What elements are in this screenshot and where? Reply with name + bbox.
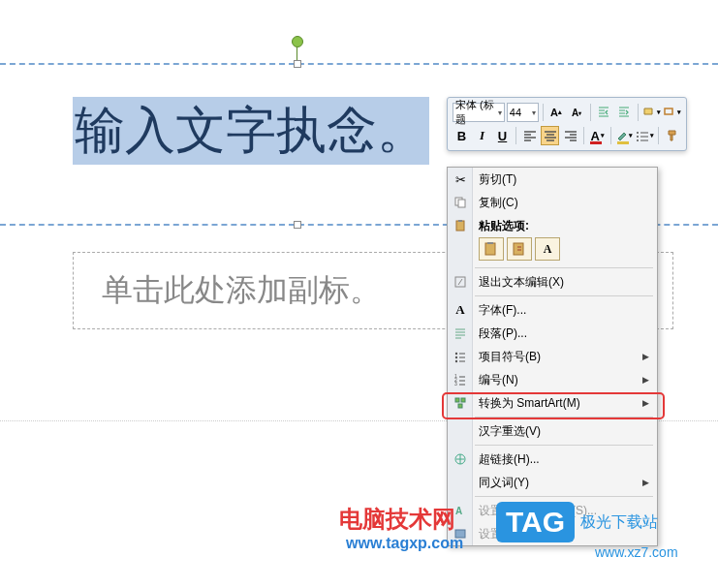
svg-rect-8 (487, 242, 493, 244)
svg-point-11 (455, 353, 457, 355)
submenu-arrow-icon: ▶ (642, 398, 649, 408)
svg-point-12 (455, 356, 457, 358)
menu-hanzi-reselect[interactable]: 汉字重选(V) (448, 419, 657, 443)
menu-paste-header: 粘贴选项: (448, 214, 657, 237)
svg-point-0 (637, 132, 639, 134)
grow-font-icon[interactable]: A▴ (546, 103, 565, 122)
menu-paragraph[interactable]: 段落(P)... (448, 322, 657, 345)
hyperlink-icon (452, 450, 469, 468)
watermark-text-2: 极光下载站 (580, 512, 658, 533)
rotation-handle[interactable] (292, 36, 303, 47)
menu-hyperlink[interactable]: 超链接(H)... (448, 448, 657, 471)
paste-option-merge[interactable] (507, 237, 532, 261)
svg-rect-5 (456, 221, 464, 231)
menu-copy[interactable]: 复制(C) (448, 191, 657, 214)
submenu-arrow-icon: ▶ (642, 352, 649, 361)
shrink-font-icon[interactable]: A▾ (568, 103, 586, 122)
font-family-select[interactable]: 宋体 (标题▾ (453, 103, 505, 122)
exit-text-icon (452, 273, 469, 291)
align-left-icon[interactable] (520, 126, 539, 145)
font-color-icon[interactable]: A ▾ (588, 126, 607, 145)
subtitle-placeholder-text: 单击此处添加副标。 (102, 269, 381, 312)
menu-bullets[interactable]: 项目符号(B) ▶ (448, 345, 657, 368)
svg-text:3: 3 (454, 381, 457, 387)
italic-button[interactable]: I (473, 126, 491, 145)
font-size-select[interactable]: 44▾ (507, 103, 539, 122)
menu-cut[interactable]: ✂ 剪切(T) (448, 168, 657, 191)
clipboard-icon (452, 217, 469, 234)
paste-option-text-only[interactable]: A (535, 237, 560, 261)
bullets-icon[interactable]: ▾ (636, 126, 654, 145)
indent-decrease-icon[interactable] (595, 103, 613, 122)
submenu-arrow-icon: ▶ (642, 375, 649, 385)
numbering-icon: 123 (452, 371, 469, 388)
submenu-arrow-icon: ▶ (642, 478, 649, 487)
shape-outline-icon[interactable]: ▾ (663, 103, 681, 122)
watermark-url-2: www.xz7.com (595, 544, 678, 560)
svg-rect-18 (461, 398, 465, 402)
shape-fill-icon[interactable]: ▾ (642, 103, 661, 122)
paragraph-icon (452, 325, 469, 342)
indent-increase-icon[interactable] (615, 103, 634, 122)
svg-rect-17 (455, 398, 459, 402)
menu-exit-text-edit[interactable]: 退出文本编辑(X) (448, 270, 657, 294)
selection-handle-bottom[interactable] (294, 221, 301, 229)
highlight-icon[interactable]: ▾ (615, 126, 634, 145)
svg-rect-19 (458, 404, 462, 408)
mini-toolbar: 宋体 (标题▾ 44▾ A▴ A▾ ▾ ▾ (447, 97, 687, 151)
align-right-icon[interactable] (561, 126, 579, 145)
underline-button[interactable]: U (493, 126, 512, 145)
smartart-icon (452, 394, 469, 412)
menu-font[interactable]: A 字体(F)... (448, 298, 657, 322)
align-center-icon[interactable] (541, 126, 559, 145)
format-painter-icon[interactable] (663, 126, 681, 145)
svg-rect-4 (458, 200, 465, 207)
cut-icon: ✂ (452, 170, 469, 188)
svg-rect-9 (514, 243, 523, 255)
bold-button[interactable]: B (453, 126, 471, 145)
bullets-menu-icon (452, 348, 469, 365)
title-text-selected[interactable]: 输入文字执念。 (73, 97, 429, 165)
svg-point-13 (455, 360, 457, 362)
watermark-2: TAG 极光下载站 (496, 502, 658, 542)
slide-canvas: 输入文字执念。 单击此处添加副标。 宋体 (标题▾ 44▾ A▴ A▾ (0, 0, 718, 588)
tag-badge: TAG (496, 502, 575, 542)
svg-text:A: A (455, 506, 462, 516)
textbox-border-top (0, 63, 718, 65)
svg-rect-7 (485, 243, 495, 255)
paste-options-row: A (448, 237, 657, 265)
font-icon: A (452, 301, 469, 319)
menu-synonyms[interactable]: 同义词(Y) ▶ (448, 471, 657, 494)
menu-numbering[interactable]: 123 编号(N) ▶ (448, 368, 657, 391)
svg-rect-6 (458, 220, 462, 222)
svg-point-2 (637, 139, 639, 141)
copy-icon (452, 194, 469, 211)
paste-option-keep-source[interactable] (479, 237, 504, 261)
watermark-text-1: 电脑技术网 (339, 504, 455, 535)
svg-point-1 (637, 136, 639, 138)
watermark-url-1: www.tagxp.com (346, 535, 463, 552)
selection-handle-top[interactable] (294, 60, 301, 68)
context-menu: ✂ 剪切(T) 复制(C) 粘贴选项: A (447, 167, 658, 546)
menu-convert-smartart[interactable]: 转换为 SmartArt(M) ▶ (448, 391, 657, 415)
